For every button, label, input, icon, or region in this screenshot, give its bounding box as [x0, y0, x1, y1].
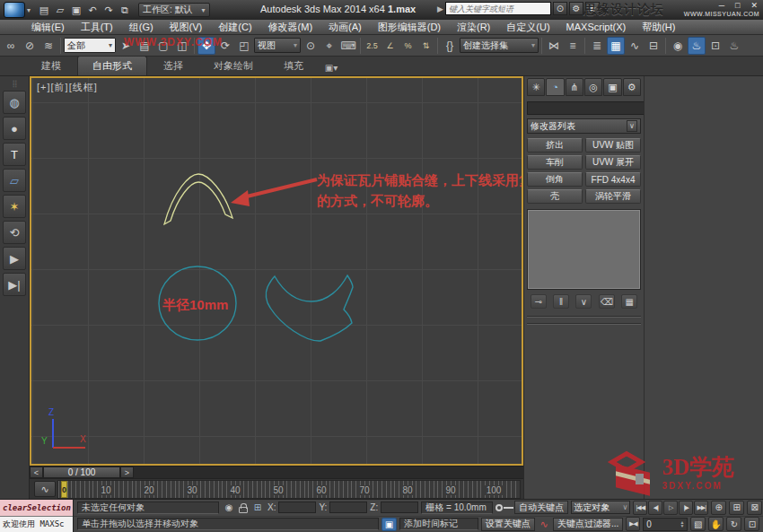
mcloth-icon[interactable]: T — [3, 143, 26, 166]
listener-script-line[interactable]: 欢迎使用 MAXSc — [0, 517, 73, 532]
remove-modifier-icon[interactable]: ⌫ — [599, 294, 615, 309]
menu-item[interactable]: 修改器(M) — [260, 20, 321, 34]
render-setup-icon[interactable]: ♨ — [688, 37, 706, 55]
edit-named-sets-icon[interactable]: {} — [441, 37, 459, 55]
tab-modify[interactable]: ◔ — [546, 78, 564, 96]
select-and-manipulate-icon[interactable]: ⌖ — [320, 37, 338, 55]
search-input[interactable] — [445, 2, 551, 15]
play-button[interactable]: ▷ — [663, 501, 678, 515]
close-button[interactable]: ✕ — [750, 0, 758, 11]
make-unique-icon[interactable]: ∨ — [575, 294, 592, 309]
absolute-mode-icon[interactable]: ⊞ — [250, 501, 265, 514]
select-object-icon[interactable]: ➤ — [117, 37, 135, 55]
maximize-viewport-toggle-icon[interactable]: ⊡ — [744, 517, 759, 531]
undo-icon[interactable]: ↶ — [84, 3, 101, 17]
select-and-move-icon[interactable]: ✥ — [197, 37, 215, 55]
tab-display[interactable]: ▣ — [603, 78, 621, 96]
show-end-result-icon[interactable]: ‖ — [553, 294, 569, 309]
select-and-link-icon[interactable]: ∞ — [2, 37, 20, 55]
communication-center-icon[interactable]: ⚙ — [569, 2, 583, 15]
keyboard-override-icon[interactable]: ⌨ — [339, 37, 357, 55]
menu-item[interactable]: 帮助(H) — [634, 20, 683, 34]
render-production-icon[interactable]: ♨ — [725, 37, 743, 55]
modifier-preset-button[interactable]: UVW 贴图 — [585, 138, 641, 153]
frame-spinner[interactable]: ▲▼ — [680, 520, 684, 528]
use-pivot-center-icon[interactable]: ⊙ — [302, 37, 320, 55]
maximize-button[interactable]: □ — [735, 0, 740, 11]
front-viewport[interactable]: [+][前][线框] Z X Y — [30, 76, 523, 466]
menu-item[interactable]: 视图(V) — [162, 20, 211, 34]
named-sets-dropdown[interactable]: 创建选择集 ▾ — [460, 38, 539, 53]
angle-snap-icon[interactable]: ∠ — [382, 37, 399, 54]
infocenter-toggle-icon[interactable]: ▶ — [437, 4, 443, 13]
selection-lock-icon[interactable] — [239, 507, 248, 513]
set-key-button[interactable]: 设置关键点 — [481, 518, 535, 531]
ribbon-tab-object-paint[interactable]: 对象绘制 — [199, 57, 267, 75]
spinner-snap-icon[interactable]: ⇅ — [417, 37, 434, 54]
bind-to-space-warp-icon[interactable]: ≋ — [39, 37, 57, 55]
coord-system-dropdown[interactable]: 视图 ▾ — [254, 38, 301, 53]
notification-icon[interactable]: ◉ — [222, 501, 236, 514]
menu-item[interactable]: 工具(T) — [73, 20, 121, 34]
previous-frame-button[interactable]: ◀| — [648, 501, 662, 515]
menu-item[interactable]: 组(G) — [121, 20, 162, 34]
z-coord-field[interactable] — [381, 501, 418, 513]
ribbon-toggle-icon[interactable]: ▦ — [607, 37, 625, 55]
current-frame-marker[interactable]: 0 — [61, 481, 67, 498]
menu-item[interactable]: 动画(A) — [320, 20, 370, 34]
curve-editor-icon[interactable]: ∿ — [626, 37, 644, 55]
workspace-dropdown[interactable]: 工作区: 默认 ▾ — [138, 3, 210, 17]
ribbon-tab-selection[interactable]: 选择 — [149, 57, 197, 75]
rigid-body-icon[interactable]: ● — [3, 117, 26, 140]
mini-curve-editor-button[interactable]: ∿ — [34, 481, 56, 497]
percent-snap-icon[interactable]: % — [399, 37, 417, 54]
menu-item[interactable]: 渲染(R) — [449, 20, 498, 34]
menu-item[interactable]: 自定义(U) — [498, 20, 557, 34]
selection-region-icon[interactable]: ▢ — [154, 37, 172, 55]
modifier-preset-button[interactable]: 涡轮平滑 — [585, 189, 641, 204]
play-simulation-icon[interactable]: ▶ — [3, 247, 26, 270]
maxscript-mini-listener[interactable]: clearSelection 欢迎使用 MAXSc — [0, 500, 74, 532]
menu-item[interactable]: 编辑(E) — [23, 20, 73, 34]
orbit-icon[interactable]: ↻ — [726, 517, 741, 531]
search-icon[interactable]: ⊙ — [553, 2, 567, 15]
modifier-preset-button[interactable]: 壳 — [527, 189, 583, 204]
select-by-name-icon[interactable]: ▤ — [136, 37, 153, 55]
ragdoll-icon[interactable]: ✶ — [3, 195, 26, 218]
listener-macro-line[interactable]: clearSelection — [0, 500, 73, 517]
previous-frame-arrow[interactable]: < — [30, 467, 43, 478]
schematic-view-icon[interactable]: ⊟ — [645, 37, 662, 55]
menu-item[interactable]: MAXScript(X) — [558, 20, 635, 34]
select-and-scale-icon[interactable]: ◰ — [235, 37, 253, 55]
modifier-preset-button[interactable]: UVW 展开 — [585, 155, 641, 170]
arc-spline[interactable] — [164, 174, 232, 224]
tab-create[interactable]: ✳ — [527, 78, 545, 96]
reset-simulation-icon[interactable]: ⟲ — [3, 221, 26, 244]
ribbon-tab-freeform[interactable]: 自由形式 — [77, 56, 147, 75]
modifier-preset-button[interactable]: 挤出 — [527, 138, 583, 153]
auto-key-button[interactable]: 自动关键点 — [514, 501, 568, 514]
constraint-icon[interactable]: ▱ — [3, 169, 26, 192]
selection-filter-dropdown[interactable]: 全部 ▾ — [64, 38, 116, 53]
zoom-icon[interactable]: ⊕ — [711, 501, 726, 515]
minimize-button[interactable]: ─ — [719, 0, 724, 11]
configure-modifier-sets-icon[interactable]: ▦ — [621, 294, 637, 309]
window-crossing-icon[interactable]: ◫ — [173, 37, 191, 55]
zoom-extents-icon[interactable]: ⊠ — [747, 501, 762, 515]
isolate-selection-icon[interactable]: ▣ — [382, 518, 397, 531]
tab-motion[interactable]: ◎ — [584, 78, 602, 96]
modifier-stack-list[interactable] — [527, 209, 641, 290]
tab-utilities[interactable]: ⚙ — [623, 78, 641, 96]
rendered-frame-icon[interactable]: ⊡ — [706, 37, 724, 55]
snap-toggle-icon[interactable]: 2.5 — [364, 37, 381, 54]
layer-manager-icon[interactable]: ≣ — [588, 37, 606, 55]
go-to-end-button[interactable]: ▶▶| — [694, 501, 708, 515]
current-frame-field[interactable]: 0 ▲▼ — [643, 518, 688, 531]
ribbon-tab-modeling[interactable]: 建模 — [27, 57, 75, 75]
toolbar-grip[interactable]: ⣿ — [13, 80, 17, 88]
key-filters-button[interactable]: 关键点过滤器... — [553, 518, 623, 531]
y-coord-field[interactable] — [329, 501, 367, 513]
time-slider-track[interactable] — [134, 467, 523, 478]
key-target-dropdown[interactable]: 选定对象 ∨ — [571, 501, 630, 514]
next-frame-arrow[interactable]: > — [120, 467, 134, 478]
